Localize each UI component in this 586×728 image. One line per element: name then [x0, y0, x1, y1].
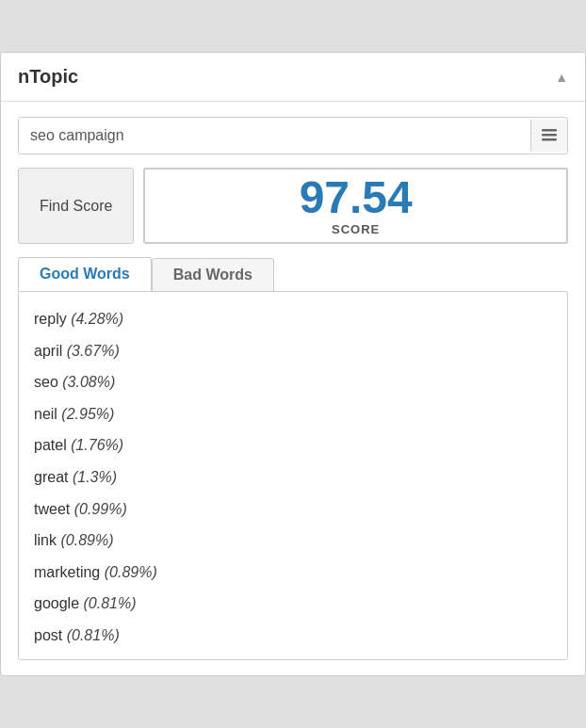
word-pct: (2.95%): [61, 406, 114, 422]
tabs-row: Good Words Bad Words: [18, 257, 568, 291]
tab-good-words[interactable]: Good Words: [18, 257, 152, 291]
word-pct: (3.08%): [62, 374, 115, 390]
find-score-button[interactable]: Find Score: [18, 168, 134, 244]
list-icon: [541, 127, 558, 144]
word-pct: (3.67%): [67, 343, 120, 359]
list-item: google (0.81%): [34, 588, 552, 620]
list-item: link (0.89%): [34, 525, 552, 557]
widget-body: Find Score 97.54 SCORE Good Words Bad Wo…: [1, 102, 585, 675]
words-list-container: reply (4.28%)april (3.67%)seo (3.08%)nei…: [18, 291, 568, 660]
search-input[interactable]: [19, 118, 530, 154]
word-pct: (0.89%): [105, 564, 157, 580]
collapse-icon[interactable]: ▲: [555, 70, 568, 85]
search-icon-button[interactable]: [530, 120, 567, 152]
word-pct: (0.81%): [67, 627, 120, 643]
list-item: post (0.81%): [34, 620, 552, 652]
score-label: SCORE: [332, 222, 380, 236]
list-item: patel (1.76%): [34, 429, 552, 461]
word-name: google: [34, 595, 84, 611]
widget-container: nTopic ▲ Find Score 97.54 SCORE: [0, 52, 586, 676]
score-box: 97.54 SCORE: [143, 168, 568, 244]
word-name: great: [34, 469, 73, 485]
word-pct: (1.3%): [73, 469, 117, 485]
search-row: [18, 117, 568, 154]
list-item: tweet (0.99%): [34, 493, 552, 526]
list-item: reply (4.28%): [34, 303, 552, 335]
list-item: great (1.3%): [34, 461, 552, 493]
svg-rect-2: [542, 138, 557, 141]
list-item: marketing (0.89%): [34, 557, 552, 589]
word-name: seo: [34, 374, 62, 390]
word-pct: (0.89%): [60, 532, 113, 548]
widget-title: nTopic: [18, 66, 78, 88]
word-name: marketing: [34, 564, 105, 580]
word-pct: (1.76%): [71, 437, 123, 453]
word-name: patel: [34, 437, 71, 453]
list-item: neil (2.95%): [34, 398, 552, 430]
word-pct: (4.28%): [71, 311, 123, 327]
word-name: neil: [34, 406, 61, 422]
word-name: tweet: [34, 501, 74, 517]
list-item: seo (3.08%): [34, 366, 552, 398]
word-pct: (0.81%): [84, 595, 137, 611]
svg-rect-1: [542, 134, 557, 137]
widget-header: nTopic ▲: [1, 53, 585, 102]
list-item: april (3.67%): [34, 335, 552, 367]
score-value: 97.54: [300, 175, 413, 220]
action-row: Find Score 97.54 SCORE: [18, 168, 568, 244]
word-name: link: [34, 532, 60, 548]
word-name: april: [34, 343, 67, 359]
word-name: reply: [34, 311, 71, 327]
words-list-scroll[interactable]: reply (4.28%)april (3.67%)seo (3.08%)nei…: [19, 292, 567, 659]
tab-bad-words[interactable]: Bad Words: [152, 258, 274, 291]
word-pct: (0.99%): [74, 501, 127, 517]
word-name: post: [34, 627, 67, 643]
svg-rect-0: [542, 129, 557, 132]
